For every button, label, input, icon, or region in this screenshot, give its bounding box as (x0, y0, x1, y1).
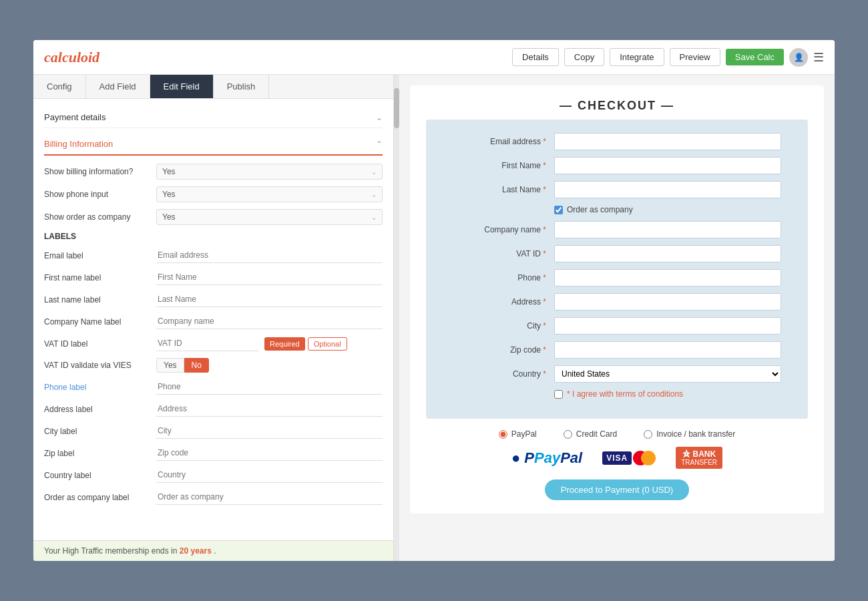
checkout-zip-input[interactable] (554, 341, 781, 359)
zip-label-text: Zip label (44, 449, 151, 458)
vat-yes-button[interactable]: Yes (156, 358, 184, 373)
labels-title: LABELS (44, 232, 383, 241)
checkout-company-input[interactable] (554, 221, 781, 238)
checkout-vat-input[interactable] (554, 245, 781, 262)
checkout-firstname-input[interactable] (554, 157, 781, 174)
show-billing-select[interactable]: Yes ⌄ (156, 164, 383, 180)
checkout-vat-label: VAT ID * (453, 249, 546, 258)
zip-label-input[interactable] (156, 445, 383, 461)
billing-info-header[interactable]: Billing Information ⌃ (44, 134, 383, 156)
city-label-row: City label (44, 423, 383, 439)
bottom-bar: Your High Traffic membership ends in 20 … (33, 540, 393, 561)
vat-id-label-input[interactable] (156, 336, 259, 351)
logo: calculoid (44, 49, 99, 66)
copy-button[interactable]: Copy (564, 48, 604, 66)
vat-id-label-row: VAT ID label Required Optional (44, 336, 383, 351)
tab-config[interactable]: Config (33, 75, 86, 98)
checkout-zip-label: Zip code * (453, 345, 546, 355)
vat-optional-button[interactable]: Optional (308, 337, 347, 351)
payment-credit-option[interactable]: Credit Card (564, 429, 617, 439)
invoice-radio[interactable] (644, 430, 652, 439)
vat-validate-toggle: Yes No (156, 358, 209, 373)
checkout-country-row: Country * United States (453, 365, 781, 383)
bank-transfer-logo: ⛤ BANK TRANSFER (676, 447, 722, 469)
email-label-text: Email label (44, 251, 151, 260)
phone-label-input[interactable] (156, 379, 383, 395)
show-company-row: Show order as company Yes ⌄ (44, 209, 383, 225)
checkout-country-select[interactable]: United States (554, 365, 781, 383)
vat-no-button[interactable]: No (184, 358, 209, 373)
payment-details-title: Payment details (44, 112, 106, 122)
city-label-input[interactable] (156, 423, 383, 439)
paypal-logo: ● PPayPal (511, 449, 582, 467)
checkout-order-company-checkbox[interactable] (554, 206, 563, 214)
checkout-email-row: Email address * (453, 133, 781, 150)
checkout-email-input[interactable] (554, 133, 781, 150)
checkout-phone-row: Phone * (453, 269, 781, 286)
details-button[interactable]: Details (512, 48, 559, 66)
tab-edit-field[interactable]: Edit Field (150, 75, 214, 98)
credit-label: Credit Card (576, 429, 617, 439)
checkout-terms-checkbox[interactable] (554, 390, 563, 399)
country-label-text: Country label (44, 471, 151, 480)
checkout-address-input[interactable] (554, 293, 781, 311)
right-inner: — CHECKOUT — Email address * (399, 75, 835, 524)
top-nav: calculoid Details Copy Integrate Preview… (33, 40, 835, 75)
integrate-button[interactable]: Integrate (610, 48, 664, 66)
address-label-row: Address label (44, 401, 383, 417)
avatar[interactable]: 👤 (789, 48, 808, 67)
checkout-city-input[interactable] (554, 317, 781, 335)
visa-logo: VISA (602, 451, 632, 465)
checkout-phone-input[interactable] (554, 269, 781, 286)
payment-details-header[interactable]: Payment details ⌄ (44, 107, 383, 128)
order-company-label-text: Order as company label (44, 493, 151, 502)
last-name-label-text: Last name label (44, 295, 151, 305)
payment-invoice-option[interactable]: Invoice / bank transfer (644, 429, 735, 439)
email-label-input[interactable] (156, 248, 383, 263)
mc-circle2 (641, 451, 656, 465)
payment-paypal-option[interactable]: PayPal (499, 429, 537, 439)
checkout-city-row: City * (453, 317, 781, 335)
address-label-input[interactable] (156, 401, 383, 417)
show-billing-value: Yes (162, 167, 176, 176)
preview-button[interactable]: Preview (670, 48, 720, 66)
vat-required-button[interactable]: Required (264, 337, 305, 351)
phone-label-text: Phone label (44, 383, 151, 392)
checkout-city-label: City * (453, 321, 546, 331)
order-company-label-input[interactable] (156, 489, 383, 505)
country-label-input[interactable] (156, 467, 383, 483)
checkout-terms-label: * I agree with terms of conditions (567, 389, 683, 399)
last-name-label-input[interactable] (156, 292, 383, 307)
company-name-label-input[interactable] (156, 314, 383, 329)
first-name-label-input[interactable] (156, 270, 383, 285)
main-container: calculoid Details Copy Integrate Preview… (33, 40, 835, 561)
checkout-address-label: Address * (453, 297, 546, 307)
city-label-text: City label (44, 427, 151, 436)
country-label-row: Country label (44, 467, 383, 483)
hamburger-icon[interactable]: ☰ (813, 50, 824, 65)
email-label-row: Email label (44, 248, 383, 263)
chevron-down-icon: ⌄ (371, 168, 377, 176)
payment-methods: PayPal Credit Card Invoice / bank transf… (410, 429, 824, 439)
proceed-button[interactable]: Proceed to Payment (0 USD) (545, 479, 689, 500)
show-phone-select[interactable]: Yes ⌄ (156, 186, 383, 202)
checkout-company-label: Company name * (453, 225, 546, 234)
tab-publish[interactable]: Publish (214, 75, 270, 98)
chevron-down-icon: ⌄ (376, 113, 383, 122)
bottom-bar-prefix: Your High Traffic membership ends in (44, 546, 180, 556)
paypal-logo-icon: ● (511, 449, 524, 466)
checkout-form: Email address * First Name * (426, 120, 808, 419)
first-name-label-row: First name label (44, 270, 383, 285)
paypal-radio[interactable] (499, 430, 507, 439)
checkout-lastname-label: Last Name * (453, 185, 546, 194)
show-company-select[interactable]: Yes ⌄ (156, 209, 383, 225)
first-name-label-text: First name label (44, 273, 151, 282)
body-area: Config Add Field Edit Field Publish Paym… (33, 75, 835, 561)
checkout-lastname-input[interactable] (554, 181, 781, 198)
tab-add-field[interactable]: Add Field (86, 75, 150, 98)
save-button[interactable]: Save Calc (726, 49, 784, 65)
show-billing-label: Show billing information? (44, 167, 151, 176)
panel-divider (394, 75, 399, 561)
credit-radio[interactable] (564, 430, 572, 439)
left-content: Payment details ⌄ Billing Information ⌃ … (33, 99, 393, 540)
